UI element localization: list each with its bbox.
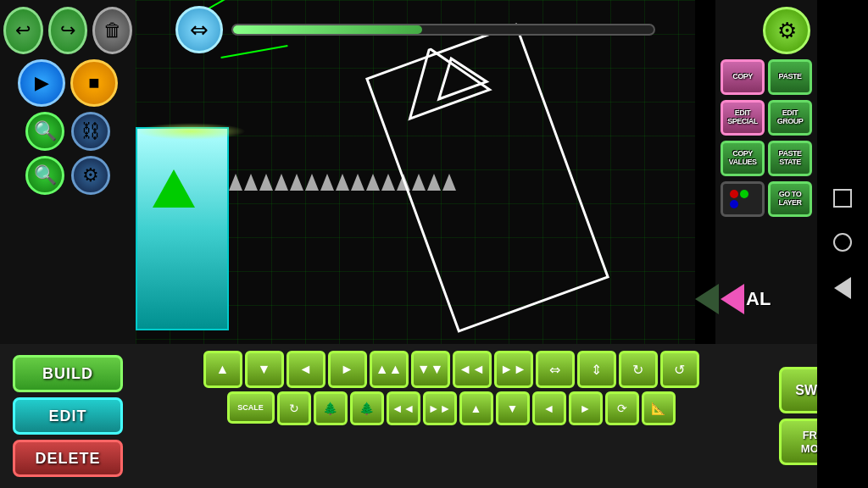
tree2-button[interactable]: 🌲 bbox=[350, 391, 384, 425]
back2-button[interactable]: ◄◄ bbox=[387, 391, 420, 425]
top-tools-row: ↩ ↪ 🗑 bbox=[3, 7, 132, 54]
move-down-button[interactable]: ▼ bbox=[245, 351, 284, 388]
music-icon: ▶ bbox=[35, 72, 49, 94]
down2-button[interactable]: ▼ bbox=[496, 391, 530, 425]
copy-paste-row: COPY PASTE bbox=[721, 59, 812, 95]
settings-icon: ⚙ bbox=[777, 18, 797, 44]
arrow-dark bbox=[695, 284, 719, 314]
rotate-cw-button[interactable]: ↻ bbox=[619, 351, 658, 388]
arrow-indicator: AL bbox=[695, 284, 771, 314]
move-up-button[interactable]: ▲ bbox=[203, 351, 242, 388]
tree-button[interactable]: 🌲 bbox=[314, 391, 348, 425]
green-triangle bbox=[153, 169, 195, 208]
swap-button[interactable]: ⇔ bbox=[175, 6, 223, 53]
bottom-bar: BUILD EDIT DELETE ▲ ▼ ◄ ► ▲▲ ▼▼ ◄◄ ►► ⇔ … bbox=[0, 344, 868, 488]
move-right-button[interactable]: ► bbox=[328, 351, 367, 388]
zoom-in-icon: 🔍 bbox=[34, 120, 57, 142]
platform-column bbox=[136, 127, 229, 330]
stop-button[interactable]: ■ bbox=[70, 59, 118, 107]
rotate-ccw-button[interactable]: ↺ bbox=[660, 351, 699, 388]
edit-group-button[interactable]: EDIT GROUP bbox=[768, 100, 812, 136]
nav-recent-apps[interactable] bbox=[833, 189, 852, 208]
color-button[interactable] bbox=[721, 181, 765, 217]
right2-button[interactable]: ► bbox=[569, 391, 603, 425]
paste-state-button[interactable]: PASTE STATE bbox=[768, 141, 812, 176]
big-up-button[interactable]: ▲▲ bbox=[370, 351, 409, 388]
android-nav-bar bbox=[817, 0, 868, 488]
dot-blue bbox=[730, 200, 738, 208]
arrow-pink bbox=[721, 284, 744, 314]
delete-button[interactable]: DELETE bbox=[13, 440, 123, 477]
selection-box bbox=[365, 23, 609, 333]
nav-home[interactable] bbox=[833, 233, 852, 252]
edit-button[interactable]: EDIT bbox=[13, 397, 123, 435]
fwd2-button[interactable]: ►► bbox=[423, 391, 457, 425]
arrows-panel: ▲ ▼ ◄ ► ▲▲ ▼▼ ◄◄ ►► ⇔ ⇕ ↻ ↺ SCALE ↻ 🌲 🌲 … bbox=[136, 344, 766, 488]
snap-button[interactable]: 📐 bbox=[642, 391, 676, 425]
build-panel: BUILD EDIT DELETE bbox=[0, 344, 136, 488]
move-left-button[interactable]: ◄ bbox=[287, 351, 326, 388]
up2-button[interactable]: ▲ bbox=[459, 391, 493, 425]
zoom-out-icon: 🔍 bbox=[34, 164, 57, 186]
settings-button[interactable]: ⚙ bbox=[763, 7, 810, 54]
copy-values-button[interactable]: COPY VALUES bbox=[721, 141, 765, 176]
dot-red bbox=[730, 190, 738, 198]
skip-forward-button[interactable]: ►► bbox=[494, 351, 533, 388]
swap-v-button[interactable]: ⇕ bbox=[577, 351, 616, 388]
redo-icon: ↪ bbox=[60, 19, 75, 42]
layer-row: GO TO LAYER bbox=[721, 181, 812, 217]
link-icon: ⛓ bbox=[81, 120, 100, 142]
record-button[interactable]: ⚙ bbox=[71, 156, 110, 195]
freerotate-button[interactable]: ⟳ bbox=[605, 391, 639, 425]
rotate2-button[interactable]: ↻ bbox=[277, 391, 311, 425]
left-sidebar: ↩ ↪ 🗑 ▶ ■ 🔍 ⛓ 🔍 ⚙ bbox=[0, 0, 136, 347]
progress-bar-container bbox=[231, 24, 655, 36]
go-to-layer-button[interactable]: GO TO LAYER bbox=[768, 181, 812, 217]
arrows-row-2: SCALE ↻ 🌲 🌲 ◄◄ ►► ▲ ▼ ◄ ► ⟳ 📐 bbox=[227, 391, 676, 425]
progress-bar-fill bbox=[233, 25, 422, 34]
paste-button[interactable]: PASTE bbox=[768, 59, 812, 95]
link-button[interactable]: ⛓ bbox=[71, 112, 110, 151]
arrows-row-1: ▲ ▼ ◄ ► ▲▲ ▼▼ ◄◄ ►► ⇔ ⇕ ↻ ↺ bbox=[203, 351, 699, 388]
edit-row: EDIT SPECIAL EDIT GROUP bbox=[721, 100, 812, 136]
zoom-row-2: 🔍 ⚙ bbox=[25, 156, 110, 195]
platform-glow bbox=[136, 123, 246, 140]
undo-button[interactable]: ↩ bbox=[3, 7, 43, 54]
redo-button[interactable]: ↪ bbox=[48, 7, 88, 54]
top-bar: ⇔ bbox=[136, 0, 695, 59]
build-button[interactable]: BUILD bbox=[13, 355, 123, 392]
skip-back-button[interactable]: ◄◄ bbox=[453, 351, 492, 388]
zoom-in-button[interactable]: 🔍 bbox=[25, 112, 64, 151]
undo-icon: ↩ bbox=[15, 19, 31, 42]
zoom-out-button[interactable]: 🔍 bbox=[25, 156, 64, 195]
nav-back[interactable] bbox=[834, 277, 851, 299]
arrow-text: AL bbox=[746, 288, 771, 310]
zoom-row: 🔍 ⛓ bbox=[25, 112, 110, 151]
stop-icon: ■ bbox=[88, 72, 99, 94]
dot-green bbox=[740, 190, 748, 198]
color-dots bbox=[730, 190, 755, 208]
scale-button[interactable]: SCALE bbox=[227, 391, 275, 424]
edit-special-button[interactable]: EDIT SPECIAL bbox=[721, 100, 765, 136]
copy-button[interactable]: COPY bbox=[721, 59, 765, 95]
record-icon: ⚙ bbox=[82, 164, 99, 186]
copy-values-row: COPY VALUES PASTE STATE bbox=[721, 141, 812, 176]
music-button[interactable]: ▶ bbox=[18, 59, 65, 107]
left2-button[interactable]: ◄ bbox=[532, 391, 566, 425]
big-down-button[interactable]: ▼▼ bbox=[411, 351, 450, 388]
trash-icon: 🗑 bbox=[103, 19, 122, 42]
swap-h-button[interactable]: ⇔ bbox=[536, 351, 575, 388]
trash-button[interactable]: 🗑 bbox=[92, 7, 132, 54]
second-tools-row: ▶ ■ bbox=[3, 59, 132, 107]
